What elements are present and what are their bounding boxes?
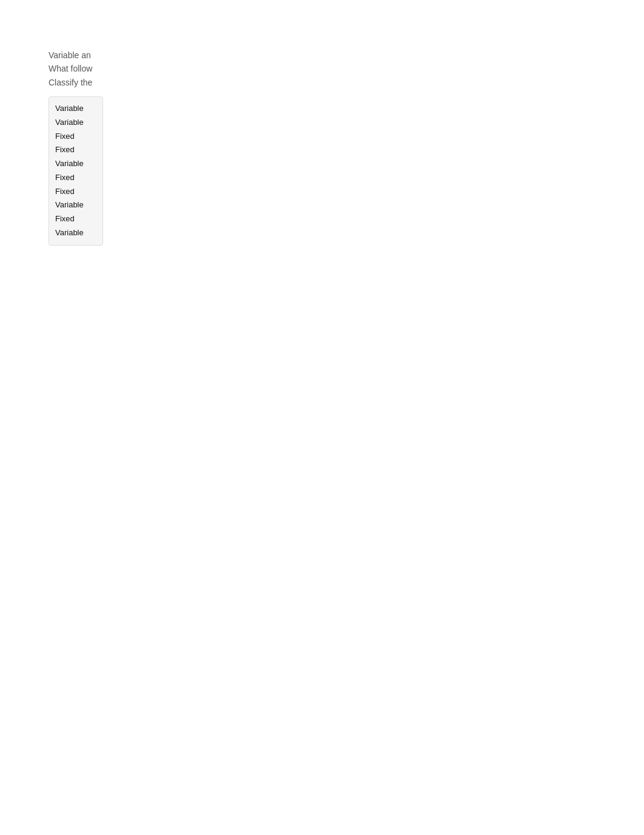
answer-item: Variable bbox=[55, 116, 96, 130]
answer-item: Fixed bbox=[55, 185, 96, 199]
answer-item: Fixed bbox=[55, 130, 96, 144]
question-line-2: What follow bbox=[49, 62, 103, 75]
answer-item: Fixed bbox=[55, 171, 96, 185]
answer-item: Fixed bbox=[55, 143, 96, 157]
question-text: Variable an What follow Classify the bbox=[49, 49, 103, 89]
answer-item: Variable bbox=[55, 198, 96, 212]
question-line-3: Classify the bbox=[49, 76, 103, 89]
answer-item: Variable bbox=[55, 226, 96, 240]
answer-box: VariableVariableFixedFixedVariableFixedF… bbox=[49, 96, 103, 246]
answer-item: Variable bbox=[55, 102, 96, 116]
answer-item: Variable bbox=[55, 157, 96, 171]
question-line-1: Variable an bbox=[49, 49, 103, 62]
question-area: Variable an What follow Classify the Var… bbox=[49, 49, 103, 246]
answer-item: Fixed bbox=[55, 212, 96, 226]
